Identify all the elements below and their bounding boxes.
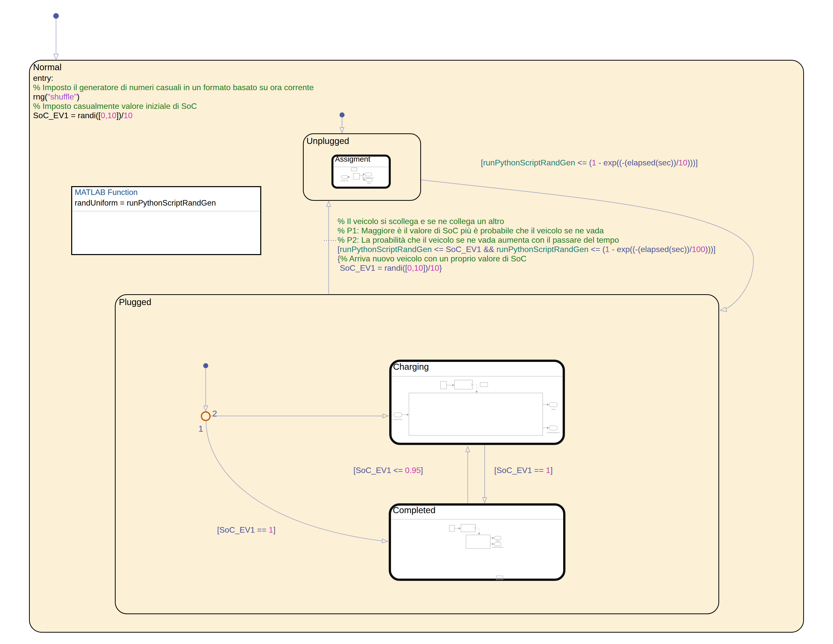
charging-port-powerrequest-label: powerRequest	[543, 431, 563, 434]
matlab-function-title: MATLAB Function	[75, 188, 138, 197]
transition-comment-3: % P2: La proabilità che il veicolo se ne…	[338, 235, 619, 245]
assigment-port-powerrequest-label: powerRequest	[359, 177, 378, 179]
assigment-port-powerflow-label: powerFlow	[338, 180, 351, 182]
completed-title: Completed	[393, 506, 436, 515]
normal-code-rng: rng("shuffle")	[33, 92, 79, 101]
transition-label-charging-to-completed[interactable]: [SoC_EV1 == 1]	[494, 466, 553, 475]
transition-comment-2: % P1: Maggiore è il valore di SoC più è …	[338, 226, 604, 235]
normal-entry-keyword: entry:	[33, 74, 53, 83]
transition-label-junction-to-completed[interactable]: [SoC_EV1 == 1]	[217, 525, 275, 535]
junction-branch-1-label[interactable]: 1	[198, 424, 203, 434]
default-transition-unplugged[interactable]	[339, 113, 344, 133]
charging-preview	[394, 380, 557, 435]
connective-junction[interactable]	[201, 412, 210, 420]
transition-action-open: {% Arriva nuovo veicolo con un proprio v…	[338, 254, 527, 263]
stateflow-canvas: Normal entry: % Imposto il generatore di…	[0, 0, 833, 644]
transition-comment-1: % Il veicolo si scollega e se ne collega…	[338, 217, 504, 226]
completed-preview	[449, 524, 503, 580]
default-transition-normal[interactable]	[53, 13, 59, 60]
completed-port-plug-label: plug	[493, 540, 502, 542]
normal-comment-rng: % Imposto il generatore di numeri casual…	[33, 83, 314, 92]
transition-condition: [runPythonScriptRandGen <= SoC_EV1 && ru…	[338, 245, 716, 254]
normal-code-soc: SoC_EV1 = randi([0,10])/10	[33, 111, 132, 120]
transition-charging-to-completed[interactable]	[482, 445, 487, 503]
transition-label-unplugged-loop[interactable]: [runPythonScriptRandGen <= (1 - exp((-(e…	[481, 158, 698, 167]
transition-completed-to-charging[interactable]	[466, 446, 470, 503]
assigment-title: Assigment	[335, 155, 370, 163]
default-transition-plugged[interactable]	[203, 363, 208, 411]
transition-action: SoC_EV1 = randi([0,10])/10}	[338, 263, 442, 273]
normal-comment-soc: % Imposto casualmente valore iniziale di…	[33, 101, 197, 111]
transition-layer	[0, 0, 833, 644]
transition-plugged-to-unplugged[interactable]	[324, 201, 337, 294]
assigment-port-plug-label: plug	[366, 182, 372, 184]
matlab-function-code: randUniform = runPythonScriptRandGen	[75, 198, 216, 208]
transition-junction-to-completed[interactable]	[206, 421, 388, 543]
transition-junction-to-charging[interactable]	[211, 414, 388, 418]
junction-branch-2-label[interactable]: 2	[212, 409, 217, 419]
completed-port-powerrequest-label: powerRequest	[489, 546, 507, 548]
plugged-title: Plugged	[119, 298, 151, 307]
transition-label-completed-to-charging[interactable]: [SoC_EV1 <= 0.95]	[354, 466, 423, 475]
unplugged-title: Unplugged	[306, 136, 349, 146]
charging-title: Charging	[393, 362, 429, 372]
charging-port-powerflow-label: powerFlow	[390, 418, 406, 420]
charging-port-plug-label: plug	[550, 408, 557, 411]
normal-title: Normal	[33, 63, 61, 72]
